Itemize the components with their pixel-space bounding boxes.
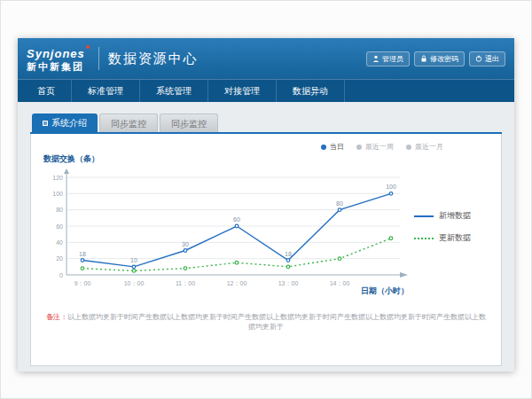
- legend-updated-data[interactable]: 更新数据: [414, 232, 471, 244]
- key-icon: [420, 55, 427, 62]
- nav-item-system[interactable]: 系统管理: [140, 80, 208, 102]
- chart-row: 0204060801001209：0010：0011：0012：0013：001…: [40, 165, 492, 298]
- screenshot-frame: Synjones 新中新集团 数据资源中心 管理员: [0, 0, 532, 399]
- svg-text:10：00: 10：00: [124, 280, 145, 286]
- top-header: Synjones 新中新集团 数据资源中心 管理员: [18, 38, 514, 79]
- tab-sync-monitor-1[interactable]: 同步监控: [99, 113, 158, 132]
- logout-button[interactable]: 退出: [469, 51, 505, 66]
- chart-range-legend: 当日 最近一周 最近一月: [40, 138, 492, 152]
- series-legend: 新增数据 更新数据: [414, 210, 471, 244]
- svg-text:100: 100: [386, 184, 396, 190]
- legend-today-dot-icon: [321, 145, 326, 150]
- svg-text:14：00: 14：00: [330, 280, 350, 286]
- nav-item-standards[interactable]: 标准管理: [72, 80, 140, 102]
- chart-panel: 当日 最近一周 最近一月 数据交换（条） 0204060801001209：00…: [30, 134, 502, 366]
- legend-updated-data-label: 更新数据: [439, 232, 471, 244]
- logo: Synjones 新中新集团: [27, 45, 90, 72]
- footnote-text: 以上数据均更新于时间产生数据以上数据均更新于时间产生数据以上数据均更新于时间产生…: [67, 313, 486, 331]
- y-axis-title: 数据交换（条）: [43, 153, 492, 165]
- legend-new-data-label: 新增数据: [439, 210, 471, 222]
- svg-text:40: 40: [56, 239, 63, 246]
- change-password-button[interactable]: 修改密码: [414, 51, 465, 66]
- svg-text:12：00: 12：00: [227, 280, 247, 286]
- svg-text:10: 10: [130, 257, 137, 263]
- svg-text:30: 30: [182, 241, 189, 247]
- svg-text:60: 60: [233, 216, 240, 223]
- change-password-label: 修改密码: [430, 54, 458, 64]
- main-nav: 首页 标准管理 系统管理 对接管理 数据异动: [18, 79, 514, 102]
- nav-item-interface[interactable]: 对接管理: [208, 80, 277, 102]
- legend-new-data[interactable]: 新增数据: [414, 210, 471, 222]
- legend-last-week[interactable]: 最近一周: [356, 142, 394, 152]
- legend-last-month-dot-icon: [406, 145, 411, 150]
- legend-last-month[interactable]: 最近一月: [406, 142, 443, 152]
- logo-red-dot-icon: [86, 45, 90, 49]
- tab-bar: 系统介绍 同步监控 同步监控: [32, 113, 502, 132]
- svg-text:18: 18: [79, 251, 86, 257]
- logo-subtitle: 新中新集团: [27, 61, 90, 72]
- power-icon: [475, 55, 482, 62]
- user-icon: [372, 55, 379, 62]
- tab-grid-icon: [43, 121, 48, 126]
- app-window: Synjones 新中新集团 数据资源中心 管理员: [18, 38, 514, 372]
- tab-sync-monitor-2[interactable]: 同步监控: [160, 113, 218, 132]
- svg-text:100: 100: [52, 191, 63, 197]
- footnote-label: 备注：: [46, 313, 67, 321]
- svg-text:18: 18: [285, 251, 292, 257]
- content-area: 系统介绍 同步监控 同步监控 当日 最近: [18, 102, 514, 366]
- svg-text:120: 120: [52, 175, 63, 181]
- header-divider: [98, 47, 99, 70]
- svg-text:20: 20: [56, 255, 63, 262]
- legend-today-label: 当日: [330, 142, 344, 152]
- footnote: 备注：以上数据均更新于时间产生数据以上数据均更新于时间产生数据以上数据均更新于时…: [40, 312, 492, 332]
- nav-item-home[interactable]: 首页: [21, 80, 72, 102]
- solid-line-swatch-icon: [414, 215, 434, 217]
- svg-text:60: 60: [56, 223, 63, 230]
- nav-item-changes[interactable]: 数据异动: [277, 80, 345, 102]
- logo-wordmark: Synjones: [27, 47, 85, 60]
- svg-text:9：00: 9：00: [74, 280, 91, 286]
- legend-today[interactable]: 当日: [321, 142, 344, 152]
- svg-text:11：00: 11：00: [176, 280, 195, 286]
- line-chart: 0204060801001209：0010：0011：0012：0013：001…: [40, 165, 412, 298]
- logout-label: 退出: [485, 54, 499, 64]
- svg-text:0: 0: [59, 272, 63, 278]
- app-title: 数据资源中心: [108, 51, 199, 67]
- tab-sync-monitor-1-label: 同步监控: [111, 114, 146, 133]
- legend-last-month-label: 最近一月: [415, 142, 443, 152]
- legend-last-week-label: 最近一周: [365, 142, 394, 152]
- header-actions: 管理员 修改密码 退出: [366, 51, 505, 66]
- legend-last-week-dot-icon: [356, 145, 362, 150]
- dotted-line-swatch-icon: [414, 238, 434, 239]
- admin-user-button[interactable]: 管理员: [366, 51, 410, 66]
- tab-system-intro-label: 系统介绍: [51, 113, 87, 132]
- svg-text:日期（小时）: 日期（小时）: [361, 286, 409, 295]
- admin-user-label: 管理员: [382, 54, 403, 64]
- svg-text:80: 80: [336, 200, 343, 207]
- tab-sync-monitor-2-label: 同步监控: [171, 114, 207, 133]
- svg-text:80: 80: [56, 207, 63, 213]
- tab-system-intro[interactable]: 系统介绍: [32, 113, 98, 132]
- svg-text:13：00: 13：00: [278, 280, 299, 286]
